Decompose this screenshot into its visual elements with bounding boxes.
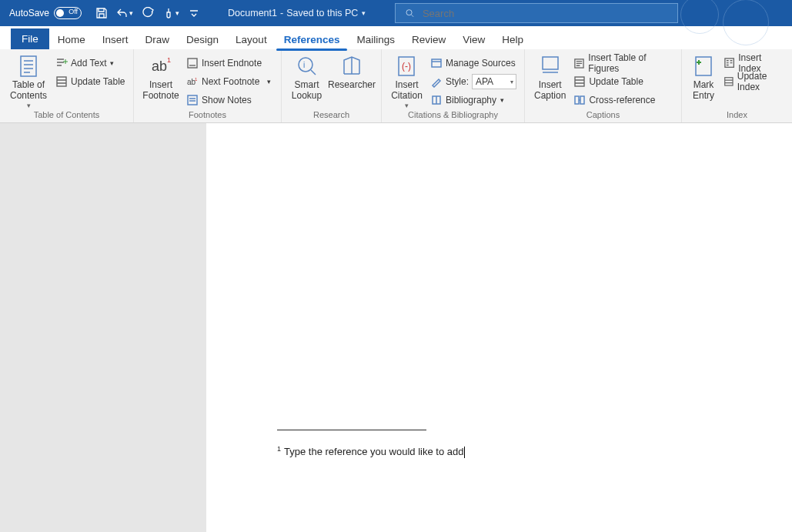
next-footnote-button[interactable]: ab1 Next Footnote ▾ [183,72,274,91]
svg-rect-16 [575,77,584,86]
search-input[interactable] [423,8,677,19]
tab-file[interactable]: File [11,28,49,49]
update-table-label: Update Table [71,76,125,87]
footnote-line[interactable]: 1Type the reference you would like to ad… [277,445,465,458]
svg-text:i: i [303,61,305,69]
update-index-button[interactable]: Update Index [720,72,787,91]
tab-design[interactable]: Design [178,29,227,49]
insert-footnote-button[interactable]: ab1 Insert Footnote [139,52,183,102]
update-table-button[interactable]: Update Table [52,72,129,91]
tab-review[interactable]: Review [403,29,454,49]
insert-index-icon [723,57,735,69]
save-button[interactable] [91,2,112,24]
next-footnote-icon: ab1 [186,75,199,88]
insert-citation-button[interactable]: (-) Insert Citation ▾ [386,52,427,109]
footnotes-group-label: Footnotes [134,110,281,122]
insert-endnote-button[interactable]: Insert Endnote [183,54,274,72]
title-bar: AutoSave Off ▾ ▾ Document1 - Saved to th… [0,0,792,26]
cross-reference-button[interactable]: Cross-reference [570,91,677,109]
svg-rect-18 [580,96,584,104]
insert-table-of-figures-button[interactable]: Insert Table of Figures [570,54,677,72]
add-text-icon [55,57,68,69]
svg-rect-19 [696,57,711,75]
style-icon [430,75,443,88]
tab-view[interactable]: View [454,29,493,49]
cross-reference-icon [573,94,586,106]
document-title: Document1 - Saved to this PC ▾ [228,8,366,18]
autosave-control[interactable]: AutoSave Off [0,7,88,19]
svg-rect-5 [188,59,197,68]
cross-reference-label: Cross-reference [589,95,655,105]
insert-index-button[interactable]: Insert Index [720,54,787,72]
tab-home[interactable]: Home [49,29,94,49]
autosave-toggle[interactable]: Off [54,7,82,19]
doc-dropdown-icon[interactable]: ▾ [362,9,366,17]
svg-rect-1 [21,56,36,76]
insert-footnote-icon: ab1 [149,54,173,79]
next-footnote-label: Next Footnote [202,76,259,87]
manage-sources-label: Manage Sources [446,58,516,69]
group-research: i Smart Lookup Researcher Research [282,49,382,122]
group-index: Mark Entry Insert Index Update Index Ind… [682,49,792,122]
tof-icon [573,57,585,69]
citation-style-control[interactable]: Style: APA ▾ [427,72,520,91]
customize-qat-button[interactable] [183,2,205,24]
smart-lookup-button[interactable]: i Smart Lookup [286,52,327,102]
svg-rect-14 [543,57,558,69]
touch-mode-button[interactable]: ▾ [160,2,182,24]
insert-footnote-label: Insert Footnote [142,80,179,102]
update-index-icon [723,75,734,88]
insert-endnote-icon [186,57,199,69]
update-index-label: Update Index [737,71,784,92]
footnote-separator [277,430,426,430]
group-captions: Insert Caption Insert Table of Figures U… [525,49,682,122]
tab-layout[interactable]: Layout [227,29,276,49]
title-separator: - [280,8,283,18]
document-page[interactable]: 1Type the reference you would like to ad… [206,123,792,532]
manage-sources-button[interactable]: Manage Sources [427,54,520,72]
page-gutter [0,123,206,532]
quick-access-toolbar: ▾ ▾ [88,2,208,24]
tab-draw[interactable]: Draw [137,29,179,49]
add-text-button[interactable]: Add Text ▾ [52,54,129,72]
captions-group-label: Captions [525,110,681,122]
tab-mailings[interactable]: Mailings [348,29,403,49]
style-label: Style: [446,76,469,87]
research-group-label: Research [282,110,381,122]
mark-entry-label: Mark Entry [693,80,714,102]
update-table2-label: Update Table [589,76,643,87]
undo-button[interactable]: ▾ [114,2,135,24]
group-footnotes: ab1 Insert Footnote Insert Endnote ab1 N… [134,49,282,122]
bibliography-button[interactable]: Bibliography ▾ [427,91,520,109]
smart-lookup-label: Smart Lookup [292,80,322,102]
researcher-icon [339,54,364,79]
footnote-content: Type the reference you would like to add [284,446,463,457]
smart-lookup-icon: i [295,54,319,79]
show-notes-button[interactable]: Show Notes [183,91,274,109]
tab-help[interactable]: Help [493,29,532,49]
show-notes-label: Show Notes [202,95,252,105]
toc-label: Table of Contents [10,80,47,102]
style-select[interactable]: APA ▾ [472,74,516,89]
insert-citation-label: Insert Citation [391,80,423,102]
update-table2-icon [573,75,586,88]
redo-button[interactable] [137,2,159,24]
citations-group-label: Citations & Bibliography [382,110,524,122]
bibliography-label: Bibliography [446,95,496,105]
insert-caption-button[interactable]: Insert Caption [530,52,570,102]
autosave-state: Off [69,8,78,15]
svg-rect-8 [188,95,197,105]
mark-entry-icon [691,54,716,79]
document-status: Saved to this PC [286,8,358,18]
tab-references[interactable]: References [276,29,349,49]
mark-entry-button[interactable]: Mark Entry [687,52,720,102]
show-notes-icon [186,94,199,106]
svg-point-0 [406,10,412,15]
update-table-captions-button[interactable]: Update Table [570,72,677,91]
tab-insert[interactable]: Insert [94,29,137,49]
insert-tof-label: Insert Table of Figures [588,52,673,74]
researcher-button[interactable]: Researcher [327,52,376,102]
search-box[interactable] [395,3,678,23]
table-of-contents-button[interactable]: Table of Contents ▾ [5,52,52,109]
chevron-down-icon: ▾ [510,79,513,85]
